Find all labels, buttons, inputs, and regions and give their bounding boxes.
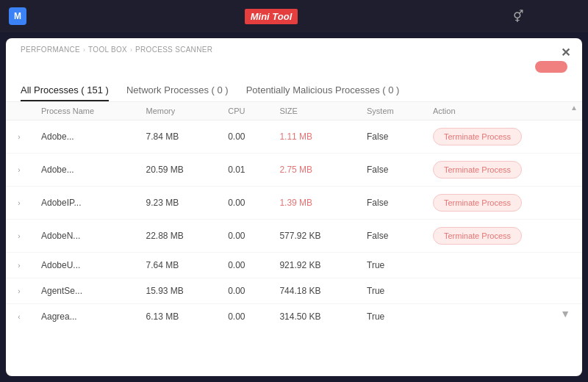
col-action: Action: [424, 102, 582, 120]
row-expand-2[interactable]: ›: [6, 187, 32, 220]
table-row: ‹ Aagrea... 6.13 MB 0.00 314.50 KB True: [6, 304, 582, 323]
row-memory-0: 7.84 MB: [137, 120, 219, 154]
process-table-container: ▲ Process Name Memory CPU SIZE System Ac…: [6, 102, 582, 322]
page-header: [6, 58, 582, 80]
expand-icon-6[interactable]: ‹: [18, 313, 20, 321]
scroll-up-indicator: ▲: [570, 104, 578, 112]
col-process-name: Process Name: [32, 102, 137, 120]
row-process-name-0: Adobe...: [32, 120, 137, 154]
table-row: › Adobe... 20.59 MB 0.01 2.75 MB False T…: [6, 154, 582, 187]
expand-icon-5[interactable]: ›: [18, 287, 20, 295]
row-process-name-1: Adobe...: [32, 154, 137, 187]
row-expand-4[interactable]: ›: [6, 253, 32, 278]
row-process-name-5: AgentSe...: [32, 278, 137, 304]
row-expand-1[interactable]: ›: [6, 154, 32, 187]
col-system: System: [358, 102, 424, 120]
breadcrumb-sep-2: ›: [130, 46, 132, 54]
row-memory-6: 6.13 MB: [137, 304, 219, 323]
row-size-4: 921.92 KB: [270, 253, 358, 278]
title-bar-center: Mini Tool: [245, 9, 298, 24]
row-memory-5: 15.93 MB: [137, 278, 219, 304]
col-memory: Memory: [137, 102, 219, 120]
row-process-name-4: AdobeU...: [32, 253, 137, 278]
scroll-down-indicator: ▼: [560, 308, 570, 320]
expand-icon-1[interactable]: ›: [18, 166, 20, 174]
breadcrumb-sep-1: ›: [83, 46, 85, 54]
row-system-6: True: [358, 304, 424, 323]
row-cpu-1: 0.01: [219, 154, 270, 187]
row-size-3: 577.92 KB: [270, 220, 358, 253]
minitool-logo: Mini Tool: [245, 9, 298, 24]
row-action-0: Terminate Process: [424, 120, 582, 154]
row-size-0: 1.11 MB: [270, 120, 358, 154]
row-system-5: True: [358, 278, 424, 304]
row-action-5: [424, 278, 582, 304]
breadcrumb-scanner: PROCESS SCANNER: [135, 46, 212, 54]
row-system-4: True: [358, 253, 424, 278]
row-size-5: 744.18 KB: [270, 278, 358, 304]
row-expand-0[interactable]: ›: [6, 120, 32, 154]
row-expand-3[interactable]: ›: [6, 220, 32, 253]
col-size: SIZE: [270, 102, 358, 120]
table-header-row: Process Name Memory CPU SIZE System Acti…: [6, 102, 582, 120]
table-row: › AdobeIP... 9.23 MB 0.00 1.39 MB False …: [6, 187, 582, 220]
row-process-name-2: AdobeIP...: [32, 187, 137, 220]
row-cpu-2: 0.00: [219, 187, 270, 220]
title-bar: M Mini Tool ⚥: [0, 0, 588, 32]
row-action-1: Terminate Process: [424, 154, 582, 187]
row-process-name-6: Aagrea...: [32, 304, 137, 323]
row-memory-1: 20.59 MB: [137, 154, 219, 187]
row-cpu-5: 0.00: [219, 278, 270, 304]
process-table: Process Name Memory CPU SIZE System Acti…: [6, 102, 582, 322]
row-cpu-3: 0.00: [219, 220, 270, 253]
expand-icon-3[interactable]: ›: [18, 232, 20, 240]
row-size-1: 2.75 MB: [270, 154, 358, 187]
breadcrumb: PERFORMANCE › TOOL BOX › PROCESS SCANNER: [6, 38, 582, 58]
row-action-3: Terminate Process: [424, 220, 582, 253]
row-memory-3: 22.88 MB: [137, 220, 219, 253]
expand-icon-0[interactable]: ›: [18, 133, 20, 141]
table-row: › AgentSe... 15.93 MB 0.00 744.18 KB Tru…: [6, 278, 582, 304]
close-panel-button[interactable]: ✕: [561, 46, 570, 60]
settings-button[interactable]: ⚥: [510, 8, 526, 25]
row-expand-5[interactable]: ›: [6, 278, 32, 304]
close-window-button[interactable]: [573, 15, 579, 18]
row-action-4: [424, 253, 582, 278]
terminate-button-0[interactable]: Terminate Process: [433, 128, 522, 145]
row-memory-2: 9.23 MB: [137, 187, 219, 220]
row-system-1: False: [358, 154, 424, 187]
row-action-6: [424, 304, 582, 323]
expand-icon-2[interactable]: ›: [18, 199, 20, 207]
row-system-3: False: [358, 220, 424, 253]
terminate-button-3[interactable]: Terminate Process: [433, 227, 522, 245]
table-row: › Adobe... 7.84 MB 0.00 1.11 MB False Te…: [6, 120, 582, 154]
row-size-2: 1.39 MB: [270, 187, 358, 220]
scan-now-button[interactable]: [535, 61, 567, 73]
row-size-6: 314.50 KB: [270, 304, 358, 323]
title-bar-left: M: [9, 7, 32, 25]
row-cpu-0: 0.00: [219, 120, 270, 154]
terminate-button-2[interactable]: Terminate Process: [433, 194, 522, 212]
expand-icon-4[interactable]: ›: [18, 262, 20, 270]
main-content: PERFORMANCE › TOOL BOX › PROCESS SCANNER…: [6, 38, 582, 376]
title-bar-controls: ⚥: [510, 8, 579, 25]
terminate-button-1[interactable]: Terminate Process: [433, 161, 522, 179]
logo-mini: Mini: [251, 11, 270, 22]
app-icon: M: [9, 7, 26, 25]
dropdown-button[interactable]: [538, 15, 544, 18]
tabs-bar: All Processes ( 151 ) Network Processes …: [6, 80, 582, 102]
tab-malicious-processes[interactable]: Potentially Malicious Processes ( 0 ): [246, 80, 400, 101]
col-cpu: CPU: [219, 102, 270, 120]
tab-all-processes[interactable]: All Processes ( 151 ): [21, 80, 109, 101]
breadcrumb-performance: PERFORMANCE: [21, 46, 80, 54]
tab-network-processes[interactable]: Network Processes ( 0 ): [126, 80, 229, 101]
table-row: › AdobeN... 22.88 MB 0.00 577.92 KB Fals…: [6, 220, 582, 253]
row-expand-6[interactable]: ‹: [6, 304, 32, 323]
app-icon-letter: M: [14, 11, 21, 21]
row-memory-4: 7.64 MB: [137, 253, 219, 278]
row-action-2: Terminate Process: [424, 187, 582, 220]
row-system-0: False: [358, 120, 424, 154]
breadcrumb-toolbox: TOOL BOX: [88, 46, 127, 54]
col-expand: [6, 102, 32, 120]
minimize-button[interactable]: [556, 15, 562, 18]
